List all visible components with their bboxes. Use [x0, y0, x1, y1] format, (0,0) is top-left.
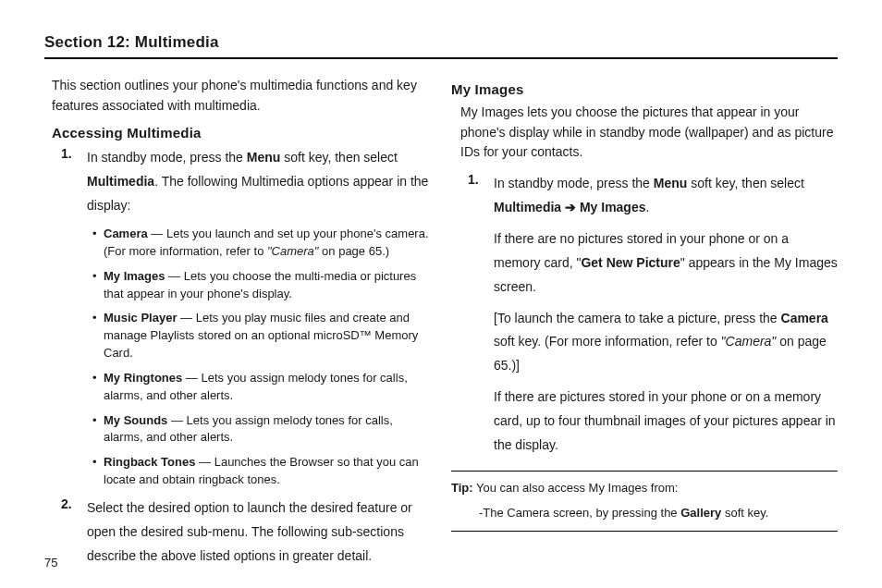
gallery-key: Gallery: [680, 506, 721, 520]
path-multimedia: Multimedia: [494, 200, 561, 214]
tip-sub: -The Camera screen, by pressing the Gall…: [479, 506, 838, 520]
bullet-icon: •: [92, 412, 104, 447]
divider-tip-bottom: [451, 531, 838, 532]
get-new-picture: Get New Picture: [581, 255, 680, 270]
bullet-label: My Images: [104, 269, 165, 283]
step-1: 1. In standby mode, press the Menu soft …: [61, 146, 431, 218]
t: .: [646, 200, 650, 214]
t: In standby mode, press the: [87, 150, 247, 165]
camera-key: Camera: [781, 311, 828, 325]
bullet-label: Ringback Tones: [104, 455, 195, 469]
right-column: My Images My Images lets you choose the …: [451, 76, 838, 574]
divider-tip-top: [451, 471, 838, 472]
bullet-myringtones: •My Ringtones — Lets you assign melody t…: [92, 370, 431, 405]
section-title: Section 12: Multimedia: [44, 33, 838, 52]
bullet-label: My Sounds: [104, 413, 167, 427]
bullet-icon: •: [92, 370, 104, 405]
tip-line: Tip: You can also access My Images from:: [451, 479, 838, 497]
bullet-icon: •: [92, 454, 104, 489]
subheading-accessing: Accessing Multimedia: [52, 125, 431, 141]
t: [To launch the camera to take a picture,…: [494, 311, 781, 325]
bullet-label: Camera: [104, 227, 148, 240]
t: soft key, then select: [687, 176, 804, 190]
right-step-1: 1. In standby mode, press the Menu soft …: [468, 172, 838, 458]
t: soft key. (For more information, refer t…: [494, 334, 721, 349]
step-body: In standby mode, press the Menu soft key…: [87, 146, 431, 218]
left-column: This section outlines your phone's multi…: [44, 76, 431, 574]
page-number: 75: [44, 556, 57, 570]
bullet-icon: •: [92, 310, 104, 362]
t: soft key.: [721, 506, 768, 520]
bullet-icon: •: [92, 268, 104, 303]
bullet-label: Music Player: [104, 311, 178, 325]
bullet-icon: •: [92, 226, 104, 261]
t: soft key, then select: [280, 150, 398, 165]
step-body: Select the desired option to launch the …: [87, 496, 431, 569]
bullet-label: My Ringtones: [104, 371, 182, 385]
tip-text: You can also access My Images from:: [473, 481, 679, 495]
bullet-mysounds: •My Sounds — Lets you assign melody tone…: [92, 412, 431, 447]
content-columns: This section outlines your phone's multi…: [44, 76, 838, 574]
subheading-myimages: My Images: [451, 81, 838, 97]
arrow-icon: ➔: [561, 200, 580, 214]
myimages-intro: My Images lets you choose the pictures t…: [460, 103, 838, 163]
menu-key: Menu: [247, 150, 281, 165]
bullet-musicplayer: •Music Player — Lets you play music file…: [92, 310, 431, 362]
path-myimages: My Images: [580, 200, 646, 214]
t: In standby mode, press the: [494, 176, 654, 190]
step-number: 1.: [468, 172, 494, 458]
step-2: 2. Select the desired option to launch t…: [61, 496, 431, 569]
p4: If there are pictures stored in your pho…: [494, 386, 838, 458]
intro-text: This section outlines your phone's multi…: [52, 76, 431, 116]
t: on page 65.): [318, 244, 389, 258]
tip-label: Tip:: [451, 481, 473, 495]
bullet-myimages: •My Images — Lets you choose the multi-m…: [92, 268, 431, 303]
bullet-list: •Camera — Lets you launch and set up you…: [92, 226, 431, 489]
step-body: In standby mode, press the Menu soft key…: [494, 172, 838, 458]
bullet-camera: •Camera — Lets you launch and set up you…: [92, 226, 431, 261]
divider-top: [44, 57, 838, 59]
step-number: 1.: [61, 146, 87, 218]
ref: "Camera": [267, 244, 318, 258]
t: -The Camera screen, by pressing the: [479, 506, 680, 520]
multimedia-key: Multimedia: [87, 174, 154, 189]
ref: "Camera": [721, 334, 777, 349]
bullet-ringback: •Ringback Tones — Launches the Browser s…: [92, 454, 431, 489]
menu-key: Menu: [654, 176, 688, 190]
step-number: 2.: [61, 496, 87, 569]
